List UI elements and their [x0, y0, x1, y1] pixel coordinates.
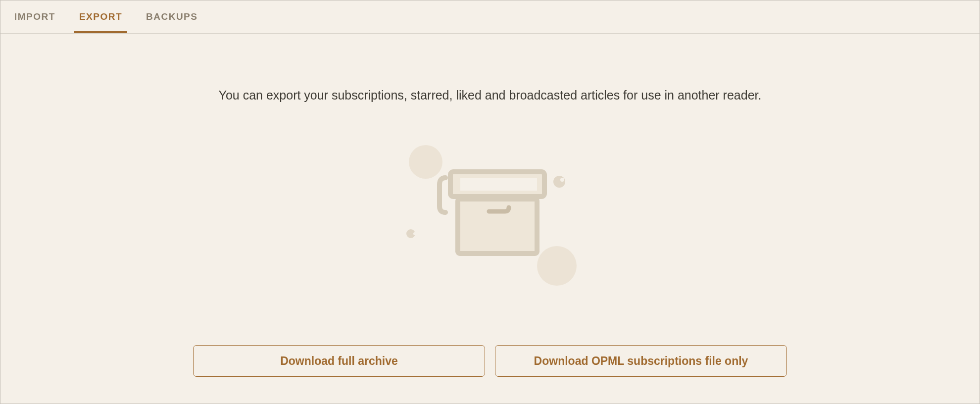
svg-point-2	[413, 232, 416, 235]
export-panel: You can export your subscriptions, starr…	[0, 34, 980, 377]
export-description: You can export your subscriptions, starr…	[0, 88, 980, 102]
svg-point-0	[409, 145, 442, 179]
tabs-bar: IMPORT EXPORT BACKUPS	[0, 0, 980, 34]
tab-import[interactable]: IMPORT	[9, 0, 60, 33]
svg-point-4	[560, 178, 564, 182]
svg-rect-7	[460, 178, 537, 191]
button-row: Download full archive Download OPML subs…	[0, 345, 980, 377]
svg-point-3	[553, 176, 565, 188]
tab-backups[interactable]: BACKUPS	[141, 0, 202, 33]
archive-box-illustration	[361, 142, 619, 301]
tab-export[interactable]: EXPORT	[74, 0, 127, 33]
svg-rect-8	[458, 199, 537, 253]
download-opml-only-button[interactable]: Download OPML subscriptions file only	[495, 345, 787, 377]
svg-point-5	[537, 246, 577, 286]
download-full-archive-button[interactable]: Download full archive	[193, 345, 485, 377]
